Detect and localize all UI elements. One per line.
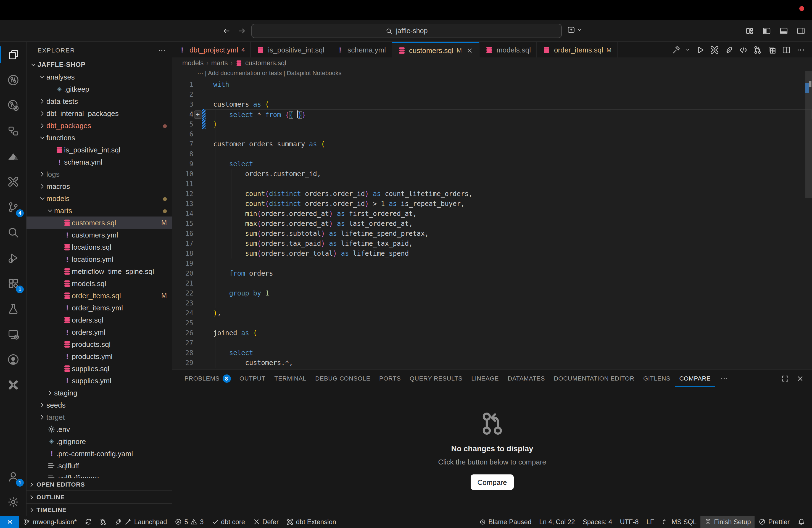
dbt-extension-status[interactable]: dbt Extension — [282, 516, 340, 528]
section-open-editors[interactable]: OPEN EDITORS — [27, 478, 172, 490]
toggle-sidebar-icon[interactable] — [762, 27, 771, 35]
more-actions-icon[interactable] — [796, 45, 806, 54]
code-line[interactable]: 16 sum(orders.subtotal) as lifetime_spen… — [172, 229, 812, 239]
compare-changes-status[interactable] — [96, 516, 111, 528]
cursor-position[interactable]: Ln 4, Col 22 — [535, 516, 579, 528]
panel-tab-lineage[interactable]: LINEAGE — [467, 370, 504, 386]
code-line[interactable]: 8 — [172, 149, 812, 159]
tree-item-order-items-sql[interactable]: order_items.sqlM — [27, 289, 172, 302]
close-icon[interactable] — [466, 47, 474, 54]
code-line[interactable]: 14 min(orders.ordered_at) as first_order… — [172, 209, 812, 219]
run-icon[interactable] — [695, 45, 705, 54]
compare-changes-icon[interactable] — [753, 45, 762, 54]
dbt-power-user-activity-item[interactable] — [0, 169, 26, 194]
tab-schema-yml[interactable]: !schema.yml — [330, 42, 392, 57]
panel-tab-ports[interactable]: PORTS — [375, 370, 405, 386]
code-line[interactable]: 27 — [172, 338, 812, 348]
code-line[interactable]: 11 — [172, 179, 812, 189]
commit-graph-activity-item[interactable] — [0, 68, 26, 93]
code-line[interactable]: 17 sum(orders.tax_paid) as lifetime_tax_… — [172, 239, 812, 249]
code-line[interactable]: 5) — [172, 119, 812, 129]
tree-item-macros[interactable]: macros — [27, 180, 172, 192]
tree-item--sqlfluff[interactable]: .sqlfluff — [27, 459, 172, 472]
branch-status[interactable]: mwong-fusion* — [19, 516, 81, 528]
tree-item--env[interactable]: .env — [27, 423, 172, 435]
code-line[interactable]: 10 orders.customer_id, — [172, 169, 812, 179]
code-line[interactable]: 28 select — [172, 348, 812, 358]
code-line[interactable]: 26joined as ( — [172, 328, 812, 338]
hammer-icon[interactable] — [672, 45, 681, 54]
notifications-bell[interactable] — [794, 516, 809, 528]
tree-item-schema-yml[interactable]: !schema.yml — [27, 156, 172, 168]
tree-item-products-yml[interactable]: !products.yml — [27, 350, 172, 362]
tree-item--gitkeep[interactable]: .gitkeep — [27, 83, 172, 95]
section-outline[interactable]: OUTLINE — [27, 490, 172, 503]
customize-layout-icon[interactable] — [745, 27, 754, 35]
code-line[interactable]: 19 — [172, 259, 812, 268]
tree-item-staging[interactable]: staging — [27, 386, 172, 399]
add-action-button[interactable]: + — [193, 110, 202, 118]
panel-tab-problems[interactable]: PROBLEMS8 — [180, 370, 235, 386]
compare-button[interactable]: Compare — [470, 474, 514, 490]
code-line[interactable]: 13 count(distinct orders.order_id) > 1 a… — [172, 199, 812, 209]
navigate-forward-icon[interactable] — [237, 27, 246, 35]
code-line[interactable]: 9 select — [172, 159, 812, 169]
editor-scrollbar[interactable] — [806, 69, 812, 369]
encoding-status[interactable]: UTF-8 — [616, 516, 642, 528]
indentation-status[interactable]: Spaces: 4 — [579, 516, 616, 528]
tree-item-logs[interactable]: logs — [27, 168, 172, 180]
sync-status[interactable] — [81, 516, 96, 528]
tree-item-products-sql[interactable]: products.sql — [27, 338, 172, 350]
tree-item--pre-commit-config-yaml[interactable]: !.pre-commit-config.yaml — [27, 448, 172, 459]
code-editor[interactable]: ··· | Add documentation or tests | Datap… — [172, 69, 812, 369]
code-line[interactable]: 18 sum(orders.order_total) as lifetime_s… — [172, 249, 812, 259]
tree-item-analyses[interactable]: analyses — [27, 71, 172, 83]
tab-is-positive-int-sql[interactable]: is_positive_int.sql — [251, 42, 331, 57]
files-activity-item[interactable] — [0, 42, 26, 68]
close-panel-icon[interactable] — [796, 374, 804, 382]
extensions-activity-item[interactable]: 1 — [0, 270, 26, 296]
more-panel-tabs-icon[interactable] — [715, 374, 733, 383]
tree-item-jaffle-shop[interactable]: JAFFLE-SHOP — [27, 59, 172, 71]
feather-icon[interactable] — [724, 45, 734, 54]
command-center-search[interactable]: jaffle-shop — [251, 24, 562, 38]
code-line[interactable]: 1with — [172, 79, 812, 89]
code-line[interactable]: 2 — [172, 89, 812, 99]
code-line[interactable]: 20 from orders — [172, 268, 812, 278]
search-activity-item[interactable] — [0, 220, 26, 245]
dbt-filled-activity-item[interactable] — [0, 372, 26, 398]
tree-item-seeds[interactable]: seeds — [27, 399, 172, 411]
dbt-power-user-icon[interactable] — [710, 45, 719, 54]
code-line[interactable]: 23 — [172, 298, 812, 308]
flow-activity-item[interactable] — [0, 118, 26, 144]
tab-order-items-sql[interactable]: order_items.sqlM — [537, 42, 618, 57]
panel-tab-output[interactable]: OUTPUT — [235, 370, 270, 386]
tab-customers-sql[interactable]: customers.sqlM — [392, 42, 479, 57]
beaker-activity-item[interactable] — [0, 296, 26, 321]
maximize-panel-icon[interactable] — [781, 374, 789, 382]
tree-item-functions[interactable]: functions — [27, 131, 172, 144]
finish-setup[interactable]: Finish Setup — [700, 516, 755, 528]
code-line[interactable]: 15 max(orders.ordered_at) as last_ordere… — [172, 219, 812, 229]
blame-status[interactable]: Blame Paused — [475, 516, 535, 528]
tree-item-marts[interactable]: marts — [27, 204, 172, 217]
eol-status[interactable]: LF — [642, 516, 658, 528]
tree-item-order-items-yml[interactable]: !order_items.yml — [27, 302, 172, 314]
code-line[interactable]: 29 customers.*, — [172, 358, 812, 368]
source-control-activity-item[interactable]: 4 — [0, 194, 26, 220]
code-line[interactable]: 21 — [172, 278, 812, 288]
tree-item-supplies-sql[interactable]: supplies.sql — [27, 362, 172, 375]
codelens[interactable]: ··· | Add documentation or tests | Datap… — [172, 70, 812, 79]
tree-item-customers-sql[interactable]: customers.sqlM — [27, 217, 172, 229]
toggle-secondary-sidebar-icon[interactable] — [797, 27, 806, 35]
tree-item-metricflow-time-spine-sql[interactable]: metricflow_time_spine.sql — [27, 265, 172, 277]
tree-item-dbt-packages[interactable]: dbt_packages — [27, 119, 172, 131]
datafold-activity-item[interactable] — [0, 144, 26, 169]
panel-tab-debug-console[interactable]: DEBUG CONSOLE — [311, 370, 375, 386]
table-copy-icon[interactable] — [767, 45, 777, 54]
tab-dbt-project-yml[interactable]: !dbt_project.yml4 — [172, 42, 251, 57]
code-line[interactable]: 25 — [172, 318, 812, 328]
panel-tab-gitlens[interactable]: GITLENS — [639, 370, 675, 386]
prettier-status[interactable]: Prettier — [755, 516, 794, 528]
language-mode[interactable]: MS SQL — [658, 516, 701, 528]
